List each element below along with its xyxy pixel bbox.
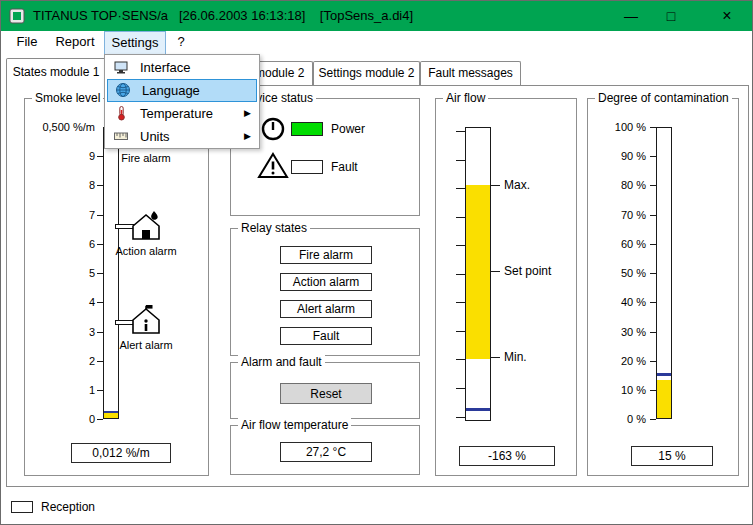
scale-tick-label: 50 %: [590, 266, 646, 280]
action-alarm-icon: [128, 211, 164, 245]
settings-menu: Interface Language Temperature ▶ Units ▶: [104, 54, 260, 149]
relay-fault-button[interactable]: Fault: [280, 327, 372, 345]
scale-tick: [650, 419, 656, 420]
min-marker-tick: [491, 357, 500, 358]
air-flow-temperature-group: Air flow temperature 27,2 °C: [230, 425, 420, 475]
reception-indicator: [11, 501, 33, 513]
smoke-level-gauge: [103, 127, 119, 419]
scale-tick-label: 4: [55, 295, 95, 309]
power-label: Power: [331, 122, 365, 136]
app-icon: [9, 8, 25, 24]
action-alarm-label: Action alarm: [110, 245, 182, 258]
scale-tick-label: 0 %: [590, 412, 646, 426]
setpoint-marker-tick: [491, 271, 500, 272]
submenu-arrow-icon: ▶: [244, 102, 251, 125]
contamination-value-line: [657, 373, 671, 376]
scale-tick-label: 70 %: [590, 208, 646, 222]
scale-tick: [456, 217, 465, 218]
maximize-button[interactable]: □: [653, 1, 689, 31]
fire-alarm-label: Fire alarm: [113, 152, 179, 165]
scale-tick-label: 90 %: [590, 149, 646, 163]
alert-alarm-icon: [128, 305, 164, 339]
ruler-icon: [113, 128, 129, 144]
menu-help[interactable]: ?: [170, 31, 192, 55]
smoke-level-title: Smoke level: [32, 91, 103, 105]
warning-icon: [256, 151, 290, 185]
reception-label: Reception: [41, 500, 95, 514]
scale-tick-label: 30 %: [590, 325, 646, 339]
menu-item-language[interactable]: Language: [107, 79, 257, 102]
scale-tick-label: 8: [55, 178, 95, 192]
scale-tick: [456, 131, 465, 132]
menu-settings[interactable]: Settings: [104, 31, 166, 55]
scale-tick: [456, 245, 465, 246]
contamination-fill: [657, 380, 671, 418]
fault-label: Fault: [331, 160, 358, 174]
window-title: TITANUS TOP·SENS/a [26.06.2003 16:13:18]…: [33, 1, 413, 31]
scale-tick-label: 9: [55, 149, 95, 163]
air-flow-temperature-title: Air flow temperature: [238, 418, 351, 432]
thermometer-icon: [113, 105, 129, 121]
scale-tick-label: 80 %: [590, 178, 646, 192]
reset-button[interactable]: Reset: [280, 383, 372, 404]
setpoint-marker-label: Set point: [504, 264, 551, 278]
scale-tick: [456, 331, 465, 332]
relay-action-alarm-button[interactable]: Action alarm: [280, 273, 372, 291]
min-marker-label: Min.: [504, 350, 527, 364]
contamination-value: 15 %: [631, 446, 713, 466]
air-flow-value: -163 %: [459, 446, 555, 466]
scale-tick-label: 40 %: [590, 295, 646, 309]
menu-item-units[interactable]: Units ▶: [106, 125, 258, 148]
scale-tick-label: 60 %: [590, 237, 646, 251]
scale-tick-label: 100 %: [590, 120, 646, 134]
menubar: File Report Settings ?: [1, 31, 752, 55]
statusbar: Reception: [1, 487, 752, 525]
tab-fault-messages[interactable]: Fault messages: [420, 61, 521, 85]
scale-tick-label: 2: [55, 354, 95, 368]
smoke-gauge-fill: [104, 413, 118, 418]
menu-item-temperature[interactable]: Temperature ▶: [106, 102, 258, 125]
relay-states-group: Relay states Fire alarm Action alarm Ale…: [230, 228, 420, 356]
scale-tick: [456, 388, 465, 389]
menu-report[interactable]: Report: [49, 31, 101, 55]
alarm-and-fault-title: Alarm and fault: [238, 355, 325, 369]
scale-tick-label: 6: [55, 237, 95, 251]
scale-tick-label: 3: [55, 325, 95, 339]
smoke-level-group: Smoke level 0,500 %/m 9 8 7 6 5 4 3 2 1 …: [24, 98, 209, 476]
scale-tick: [456, 417, 465, 418]
globe-icon: [115, 82, 131, 98]
scale-tick-label: 10 %: [590, 383, 646, 397]
alert-alarm-label: Alert alarm: [110, 339, 182, 352]
minimize-button[interactable]: —: [613, 1, 649, 31]
titlebar: TITANUS TOP·SENS/a [26.06.2003 16:13:18]…: [1, 1, 752, 31]
max-marker-label: Max.: [504, 178, 530, 192]
contamination-title: Degree of contamination: [595, 91, 732, 105]
relay-alert-alarm-button[interactable]: Alert alarm: [280, 300, 372, 318]
smoke-scale-max-label: 0,500 %/m: [31, 120, 95, 134]
scale-tick-label: 1: [55, 383, 95, 397]
smoke-level-value: 0,012 %/m: [71, 443, 171, 463]
close-button[interactable]: ×: [707, 1, 747, 31]
air-flow-range-fill: [466, 185, 490, 359]
fault-indicator: [291, 160, 323, 174]
tab-states-module-1[interactable]: States module 1: [6, 58, 106, 87]
scale-tick-label: 7: [55, 208, 95, 222]
contamination-gauge: [656, 127, 672, 419]
contamination-group: Degree of contamination 100 % 90 % 80 % …: [587, 98, 739, 476]
air-flow-group: Air flow Max. Set point Min. -163 %: [435, 98, 577, 476]
air-flow-temperature-value: 27,2 °C: [280, 442, 372, 462]
menu-item-interface[interactable]: Interface: [106, 56, 258, 79]
air-flow-value-line: [466, 408, 490, 411]
relay-fire-alarm-button[interactable]: Fire alarm: [280, 246, 372, 264]
submenu-arrow-icon: ▶: [244, 125, 251, 148]
scale-tick: [456, 274, 465, 275]
scale-tick-label: 20 %: [590, 354, 646, 368]
interface-icon: [113, 59, 129, 75]
tab-settings-module-2[interactable]: Settings module 2: [313, 61, 420, 85]
app-window: TITANUS TOP·SENS/a [26.06.2003 16:13:18]…: [0, 0, 753, 525]
menu-file[interactable]: File: [9, 31, 45, 55]
air-flow-gauge: [465, 127, 491, 421]
max-marker-tick: [491, 185, 500, 186]
relay-states-title: Relay states: [238, 221, 310, 235]
scale-tick-label: 0: [55, 412, 95, 426]
